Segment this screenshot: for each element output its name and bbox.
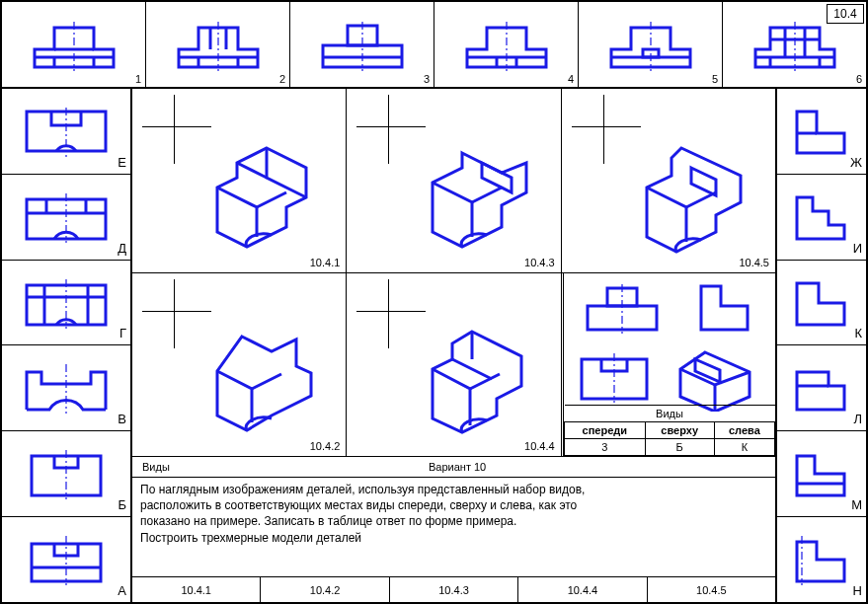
iso-lab-1: 10.4.1 xyxy=(310,257,341,268)
instr-line-1: По наглядным изображениям деталей, испол… xyxy=(140,482,767,497)
iso-cell-1: 10.4.1 xyxy=(132,89,347,272)
iso-lab-3: 10.4.3 xyxy=(524,257,555,268)
ans-5: 10.4.5 xyxy=(648,577,775,602)
left-column: Е Д Г В xyxy=(2,89,132,602)
right-L: Л xyxy=(777,345,866,431)
center-area: 10.4.1 10.4.3 xyxy=(132,89,775,602)
ex-h1: спереди xyxy=(565,422,646,439)
example-area: Виды спереди сверху слева 3 Б К xyxy=(563,272,775,456)
ans-1: 10.4.1 xyxy=(132,577,261,602)
top-view-5: 5 xyxy=(579,2,723,87)
ex-h3: слева xyxy=(714,422,774,439)
right-N: Н xyxy=(777,517,866,602)
iso-cell-3: 10.4.3 xyxy=(347,89,561,272)
left-D: Д xyxy=(2,175,130,261)
example-iso xyxy=(671,342,769,412)
top-drawing-4 xyxy=(452,10,561,79)
left-lab-B: Б xyxy=(118,497,126,512)
iso-lab-4: 10.4.4 xyxy=(524,440,555,452)
right-lab-Zh: Ж xyxy=(850,155,862,170)
ex-v2: Б xyxy=(645,439,714,456)
iso-lab-2: 10.4.2 xyxy=(310,440,341,452)
right-Zh: Ж xyxy=(777,89,866,175)
iso-drawing-1 xyxy=(197,138,336,257)
instr-line-4: Построить трехмерные модели деталей xyxy=(140,530,767,546)
right-column: Ж И К Л М xyxy=(775,89,866,602)
strip-right: Вариант 10 xyxy=(429,461,486,473)
top-row: 1 2 3 xyxy=(2,2,866,89)
left-lab-A: А xyxy=(118,583,126,598)
ex-title: Виды xyxy=(565,406,775,422)
right-lab-N: Н xyxy=(853,583,862,598)
iso-drawing-3 xyxy=(413,138,551,257)
left-A: А xyxy=(2,517,130,602)
ex-v1: 3 xyxy=(565,439,646,456)
example-ortho-mid xyxy=(564,342,775,412)
iso-cell-4: 10.4.4 xyxy=(347,273,561,456)
right-lab-L: Л xyxy=(853,412,862,426)
top-num-1: 1 xyxy=(135,73,141,85)
top-view-4: 4 xyxy=(434,2,579,87)
right-lab-I: И xyxy=(853,241,862,256)
left-E: Е xyxy=(2,89,130,175)
iso-row-1: 10.4.1 10.4.3 xyxy=(132,89,775,272)
left-lab-V: В xyxy=(118,412,126,426)
ans-3: 10.4.3 xyxy=(390,577,518,602)
right-K: К xyxy=(777,261,866,346)
top-num-6: 6 xyxy=(856,73,862,85)
right-I: И xyxy=(777,175,866,261)
top-drawing-2 xyxy=(164,10,273,79)
ans-2: 10.4.2 xyxy=(261,577,389,602)
example-ortho-top xyxy=(564,273,775,342)
top-num-3: 3 xyxy=(424,73,430,85)
top-drawing-1 xyxy=(20,10,128,79)
instr-line-2: расположить в соответствующих местах вид… xyxy=(140,497,767,513)
right-lab-K: К xyxy=(854,326,862,340)
title-strip: Виды Вариант 10 xyxy=(132,456,775,478)
right-lab-M: М xyxy=(851,497,862,512)
ex-h2: сверху xyxy=(645,422,714,439)
top-view-2: 2 xyxy=(146,2,290,87)
iso-lab-5: 10.4.5 xyxy=(739,257,769,268)
left-B: Б xyxy=(2,431,130,517)
iso-cell-2: 10.4.2 xyxy=(132,273,347,456)
iso-cell-5: 10.4.5 xyxy=(562,89,775,272)
drawing-sheet: 10.4 1 2 xyxy=(0,0,868,604)
top-view-3: 3 xyxy=(290,2,434,87)
iso-drawing-2 xyxy=(197,322,336,440)
left-lab-D: Д xyxy=(118,241,126,256)
top-num-2: 2 xyxy=(279,73,285,85)
ans-4: 10.4.4 xyxy=(518,577,647,602)
top-num-5: 5 xyxy=(712,73,718,85)
right-M: М xyxy=(777,431,866,517)
answer-row: 10.4.1 10.4.2 10.4.3 10.4.4 10.4.5 xyxy=(132,576,775,602)
left-lab-G: Г xyxy=(119,326,126,340)
example-table: Виды спереди сверху слева 3 Б К xyxy=(564,405,775,456)
ex-v3: К xyxy=(714,439,774,456)
iso-drawing-5 xyxy=(627,138,765,257)
top-view-1: 1 xyxy=(2,2,146,87)
left-G: Г xyxy=(2,261,130,346)
strip-left: Виды xyxy=(142,461,170,473)
instr-line-3: показано на примере. Записать в таблице … xyxy=(140,513,767,529)
corner-label: 10.4 xyxy=(827,4,864,24)
iso-drawing-4 xyxy=(413,322,551,440)
left-lab-E: Е xyxy=(118,155,126,170)
left-V: В xyxy=(2,345,130,431)
top-drawing-5 xyxy=(596,10,705,79)
instructions: По наглядным изображениям деталей, испол… xyxy=(140,482,767,553)
top-drawing-3 xyxy=(308,10,417,79)
top-num-4: 4 xyxy=(568,73,574,85)
